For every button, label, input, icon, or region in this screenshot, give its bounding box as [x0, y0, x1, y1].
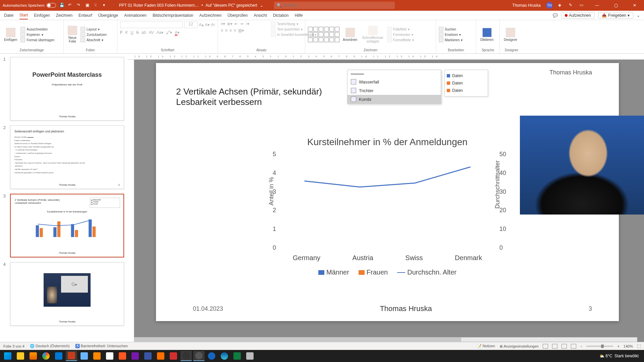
tab-start[interactable]: Start — [19, 11, 28, 19]
numbering-button[interactable]: ≣▾ — [227, 21, 232, 26]
smartart-button[interactable]: In SmartArt konvertieren ▾ — [271, 32, 316, 37]
line-spacing-button[interactable]: ↕▾ — [245, 21, 249, 26]
char-spacing-button[interactable]: AV — [149, 30, 154, 35]
language-indicator[interactable]: 🌐 Deutsch (Österreich) — [30, 344, 70, 348]
tab-uebergaenge[interactable]: Übergänge — [98, 12, 118, 19]
text-direction-button[interactable]: Textrichtung ▾ — [271, 21, 316, 26]
autosave-toggle[interactable]: Automatisches Speichern — [3, 3, 56, 8]
arrange-button[interactable]: Anordnen — [341, 27, 359, 42]
section-button[interactable]: Abschnitt ▾ — [80, 38, 107, 42]
align-left-button[interactable]: ≡ — [221, 28, 223, 33]
tab-hilfe[interactable]: Hilfe — [294, 12, 303, 19]
layout-button[interactable]: Layout ▾ — [80, 27, 107, 32]
find-button[interactable]: Suchen — [439, 27, 463, 32]
taskbar-outlook[interactable] — [53, 351, 64, 361]
taskbar-app-7[interactable] — [206, 351, 217, 361]
zoom-out-button[interactable]: − — [580, 344, 582, 348]
share-button[interactable]: 📤 Freigeben ▾ — [598, 12, 633, 19]
outdent-button[interactable]: ⇤ — [234, 21, 238, 26]
record-button[interactable]: Aufzeichnen — [561, 12, 595, 19]
designer-button[interactable]: Designer — [502, 27, 519, 42]
cut-button[interactable]: Ausschneiden — [20, 27, 54, 32]
align-text-button[interactable]: Text ausrichten ▾ — [271, 27, 316, 32]
slideshow-view-icon[interactable] — [571, 344, 576, 349]
fit-window-icon[interactable]: ⛶ — [637, 344, 641, 348]
present-icon[interactable]: ▣ — [86, 3, 91, 8]
bullets-button[interactable]: ≡▾ — [221, 21, 225, 26]
change-case-button[interactable]: Aa▾ — [157, 30, 164, 35]
taskbar-chrome[interactable] — [40, 351, 52, 361]
window-icon[interactable]: ▭ — [580, 3, 585, 8]
decrease-font-icon[interactable]: A▾ — [205, 22, 210, 27]
tab-zeichnen[interactable]: Zeichnen — [56, 12, 72, 19]
taskbar-app-3[interactable] — [117, 351, 128, 361]
font-size-select[interactable]: 12 — [184, 21, 198, 28]
undo-icon[interactable]: ↶ — [68, 3, 73, 8]
search-input[interactable] — [284, 3, 392, 8]
tab-bildschirm[interactable]: Bildschirmpräsentation — [153, 12, 193, 19]
select-button[interactable]: Markieren ▾ — [439, 38, 463, 42]
user-name[interactable]: Thomas Hruska — [512, 3, 541, 8]
slide-thumbnail-2[interactable]: Seitenanzahl einfügen und platzieren Abs… — [10, 125, 124, 189]
tab-dictation[interactable]: Dictation — [273, 12, 289, 19]
shape-fill-button[interactable]: Fülleffekt ▾ — [387, 27, 414, 32]
tab-ueberpruefen[interactable]: Überprüfen — [227, 12, 248, 19]
justify-button[interactable]: ≡ — [234, 28, 236, 33]
taskbar-vlc[interactable] — [91, 351, 103, 361]
underline-button[interactable]: U — [130, 30, 133, 35]
horizontal-scrollbar[interactable] — [134, 337, 637, 342]
tab-ansicht[interactable]: Ansicht — [254, 12, 267, 19]
strike-button[interactable]: S — [136, 30, 139, 35]
align-right-button[interactable]: ≡ — [229, 28, 232, 33]
zoom-slider[interactable] — [586, 346, 613, 347]
reading-view-icon[interactable] — [561, 344, 567, 349]
taskbar-app-2[interactable] — [104, 351, 115, 361]
slide-thumbnail-4[interactable]: G▸ Thomas Hruska — [10, 262, 124, 326]
minimize-button[interactable]: — — [590, 0, 604, 11]
collapse-ribbon-icon[interactable]: ⌄ — [637, 13, 640, 18]
reset-button[interactable]: Zurücksetzen — [80, 32, 107, 37]
taskbar-edge[interactable] — [219, 351, 230, 361]
taskbar-firefox[interactable] — [28, 351, 39, 361]
comments-icon[interactable]: 💬 — [553, 13, 558, 18]
tab-aufzeichnen[interactable]: Aufzeichnen — [199, 12, 221, 19]
chart-type-trichter[interactable]: Trichter — [347, 86, 441, 95]
chevron-down-icon[interactable]: ⌄ — [260, 3, 263, 8]
tab-datei[interactable]: Datei — [4, 12, 13, 19]
tab-einfuegen[interactable]: Einfügen — [34, 12, 50, 19]
tab-entwurf[interactable]: Entwurf — [78, 12, 92, 19]
dictate-button[interactable]: Diktieren — [479, 27, 495, 42]
quickstyles-button[interactable]: Schnellformat- vorlagen — [361, 25, 385, 44]
redo-icon[interactable]: ↷ — [77, 3, 82, 8]
taskbar-powerpoint[interactable] — [66, 351, 77, 361]
increase-font-icon[interactable]: A▴ — [199, 22, 204, 27]
normal-view-icon[interactable] — [543, 344, 548, 349]
replace-button[interactable]: Ersetzen ▾ — [439, 32, 463, 37]
taskbar-obs[interactable] — [180, 351, 192, 361]
taskbar-visio[interactable] — [142, 351, 154, 361]
italic-button[interactable]: K — [125, 30, 128, 35]
shape-outline-button[interactable]: Formkontur ▾ — [387, 32, 414, 37]
font-color-button[interactable]: A▾ — [175, 30, 179, 35]
bold-button[interactable]: F — [120, 30, 122, 35]
taskbar-app-1[interactable] — [78, 351, 90, 361]
taskbar-app-8[interactable] — [244, 351, 256, 361]
user-avatar[interactable]: TH — [546, 2, 553, 9]
display-settings-button[interactable]: 🖥 Anzeigeeinstellungen — [499, 344, 539, 348]
weather-widget[interactable]: ⛅ 6°C Stark bewölkt — [599, 354, 639, 358]
save-location[interactable]: Auf "diesem PC" gespeichert — [206, 3, 257, 8]
slide-counter[interactable]: Folie 3 von 4 — [3, 344, 24, 348]
new-slide-button[interactable]: Neue Folie — [66, 25, 78, 44]
more-qat-icon[interactable]: ▾ — [103, 3, 108, 8]
taskbar-explorer[interactable] — [15, 351, 26, 361]
chart[interactable]: Kursteilnehmer in % der Anmeldungen Ante… — [257, 137, 518, 281]
chart-type-wasserfall[interactable]: Wasserfall — [347, 77, 441, 86]
slide-thumbnail-1[interactable]: PowerPoint Masterclass Präsentieren wie … — [10, 57, 124, 121]
indent-button[interactable]: ⇥ — [240, 21, 243, 26]
zoom-in-button[interactable]: + — [617, 344, 619, 348]
taskbar-onenote[interactable] — [129, 351, 141, 361]
zoom-level[interactable]: 140% — [624, 344, 633, 348]
start-button[interactable] — [2, 351, 13, 361]
save-icon[interactable]: 💾 — [59, 3, 65, 8]
copy-button[interactable]: Kopieren ▾ — [20, 32, 54, 37]
